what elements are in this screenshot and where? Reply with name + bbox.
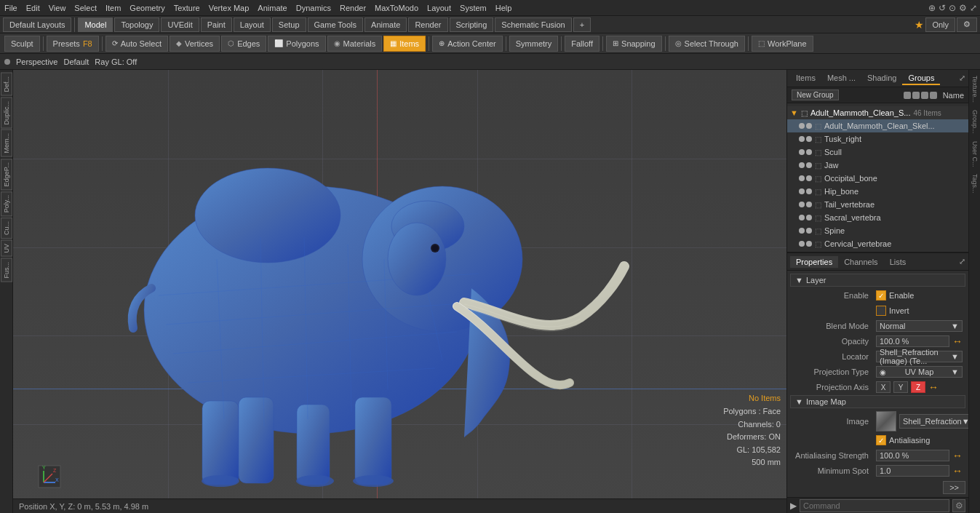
polygons-btn[interactable]: ⬜ Polygons [268,36,325,52]
edge-tab-user-c[interactable]: User C... [971,138,979,170]
left-tab-2[interactable]: Mem... [1,130,12,157]
mode-scripting[interactable]: Scripting [450,17,494,32]
mode-animate[interactable]: Animate [364,17,407,32]
left-tab-5[interactable]: Cu... [1,218,12,239]
left-tab-0[interactable]: Def... [1,73,12,96]
opacity-value[interactable]: 100.0 % [876,335,949,347]
layer-section-header[interactable]: ▼ Layer [790,274,965,287]
settings-btn[interactable]: ⚙ [957,17,977,32]
image-map-section-header[interactable]: ▼ Image Map [790,395,965,408]
tree-item-1[interactable]: ⬚ Tusk_right [787,132,968,146]
left-tab-1[interactable]: Duplic... [1,98,12,129]
menu-help[interactable]: Help [495,4,512,12]
snapping-btn[interactable]: ⊞ Snapping [606,36,662,52]
command-run-btn[interactable]: ⚙ [952,499,965,512]
left-tab-6[interactable]: UV [1,240,12,257]
image-dropdown[interactable]: Shell_Refraction ▼ [899,414,973,429]
mode-schematic[interactable]: Schematic Fusion [495,17,571,32]
locator-dropdown[interactable]: Shell_Refraction (Image) (Te... ▼ [876,351,963,362]
mode-model[interactable]: Model [78,17,113,32]
expand-btn[interactable]: >> [943,481,965,494]
new-group-btn[interactable]: New Group [792,90,839,100]
symmetry-btn[interactable]: Symmetry [509,36,559,52]
auto-select-btn[interactable]: ⟳ Auto Select [105,36,168,52]
proj-axis-x-btn[interactable]: X [876,381,891,393]
viewport[interactable]: No Items Polygons : Face Channels: 0 Def… [13,70,786,513]
menu-maxtomodo[interactable]: MaxToModo [375,4,418,12]
blend-mode-dropdown[interactable]: Normal ▼ [876,320,963,332]
viewport-default-label[interactable]: Default [63,57,89,66]
rp-expand-icon[interactable]: ⤢ [959,73,965,83]
tree-item-7[interactable]: ⬚ Sacral_vertebra [787,211,968,224]
tree-item-5[interactable]: ⬚ Hip_bone [787,185,968,198]
props-tab-lists[interactable]: Lists [884,256,912,268]
mode-plus[interactable]: + [573,17,591,32]
aa-strength-expand-icon[interactable]: ↔ [952,450,963,461]
props-tab-channels[interactable]: Channels [838,256,883,268]
edge-tab-texture[interactable]: Texture... [971,73,979,106]
tree-item-3[interactable]: ⬚ Jaw [787,159,968,172]
props-expand-icon[interactable]: ⤢ [959,257,965,266]
menu-geometry[interactable]: Geometry [130,4,164,12]
tree-item-6[interactable]: ⬚ Tail_vertebrae [787,198,968,211]
rp-tab-items[interactable]: Items [790,72,821,85]
tree-item-2[interactable]: ⬚ Scull [787,146,968,159]
mode-topology[interactable]: Topology [114,17,159,32]
props-tab-properties[interactable]: Properties [790,256,838,268]
rp-tab-groups[interactable]: Groups [902,72,940,85]
viewport-settings-icon[interactable]: ⚙ [959,3,967,13]
menu-select[interactable]: Select [74,4,97,12]
vertices-btn[interactable]: ◆ Vertices [170,36,220,52]
opacity-expand-icon[interactable]: ↔ [952,335,963,347]
tree-item-9[interactable]: ⬚ Cervical_vertebrae [787,237,968,250]
tree-item-0[interactable]: ⬚ Adult_Mammoth_Clean_Skel... [787,119,968,132]
enable-checkbox[interactable]: ✓ [876,290,886,301]
menu-view[interactable]: View [49,4,66,12]
proj-axis-y-btn[interactable]: Y [893,381,908,393]
edges-btn[interactable]: ⬡ Edges [221,36,266,52]
invert-checkbox[interactable] [876,306,886,316]
min-spot-expand-icon[interactable]: ↔ [952,465,963,477]
presets-btn[interactable]: Presets F8 [47,36,99,52]
mode-setup[interactable]: Setup [272,17,306,32]
select-through-btn[interactable]: ◎ Select Through [669,36,745,52]
menu-render[interactable]: Render [340,4,366,12]
mode-layout[interactable]: Layout [234,17,271,32]
menu-texture[interactable]: Texture [174,4,200,12]
tree-item-4[interactable]: ⬚ Occipital_bone [787,172,968,185]
materials-btn[interactable]: ◉ Materials [327,36,383,52]
edge-tab-tags[interactable]: Tags... [971,171,979,196]
menu-item[interactable]: Item [105,4,121,12]
viewport-raygl-label[interactable]: Ray GL: Off [95,57,137,66]
viewport-expand-icon[interactable]: ⤢ [970,3,977,13]
proj-type-dropdown[interactable]: ◉ UV Map ▼ [876,366,963,378]
workplane-btn[interactable]: ⬚ WorkPlane [752,36,813,52]
min-spot-value[interactable]: 1.0 [876,465,949,477]
mode-uvedit[interactable]: UVEdit [161,17,199,32]
command-input[interactable] [800,499,949,512]
aa-checkbox[interactable]: ✓ [876,435,886,445]
tree-group-root[interactable]: ▼ ⬚ Adult_Mammoth_Clean_S... 46 Items [787,106,968,119]
viewport-canvas[interactable]: No Items Polygons : Face Channels: 0 Def… [13,70,786,513]
mode-render[interactable]: Render [408,17,447,32]
left-tab-7[interactable]: Fus... [1,258,12,282]
items-btn[interactable]: ▦ Items [383,36,426,52]
mode-paint[interactable]: Paint [201,17,232,32]
menu-animate[interactable]: Animate [258,4,287,12]
left-tab-4[interactable]: Poly... [1,191,12,216]
menu-dynamics[interactable]: Dynamics [296,4,331,12]
sculpt-btn[interactable]: Sculpt [4,36,40,52]
viewport-fit-icon[interactable]: ⊕ [928,3,936,13]
menu-layout[interactable]: Layout [427,4,451,12]
default-layouts-btn[interactable]: Default Layouts [3,17,71,32]
proj-axis-expand-icon[interactable]: ↔ [928,381,939,393]
rp-tab-mesh[interactable]: Mesh ... [821,72,861,85]
menu-vertex-map[interactable]: Vertex Map [209,4,250,12]
action-center-btn[interactable]: ⊕ Action Center [432,36,503,52]
proj-axis-z-btn[interactable]: Z [911,381,925,393]
menu-system[interactable]: System [460,4,487,12]
viewport-perspective-label[interactable]: Perspective [16,57,57,66]
mode-game-tools[interactable]: Game Tools [308,17,364,32]
menu-edit[interactable]: Edit [26,4,40,12]
tree-item-8[interactable]: ⬚ Spine [787,224,968,237]
